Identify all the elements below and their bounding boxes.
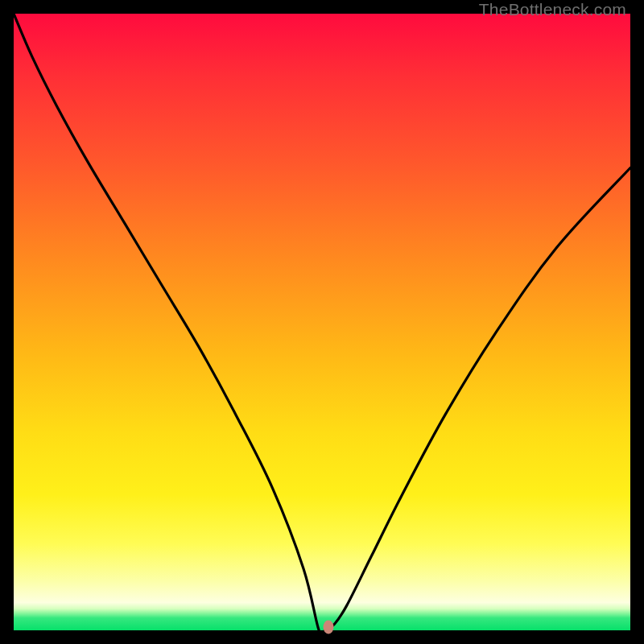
chart-frame: TheBottleneck.com <box>0 0 644 644</box>
watermark-text: TheBottleneck.com <box>479 0 626 19</box>
optimal-point-marker <box>323 621 333 634</box>
bottleneck-curve <box>14 14 630 630</box>
